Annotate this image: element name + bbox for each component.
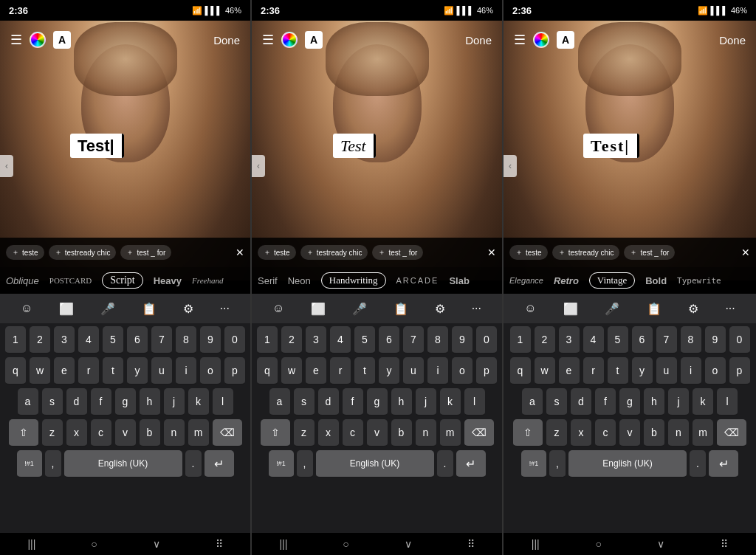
space-key-3[interactable]: English (UK) [568,450,687,478]
sticker-item-1a[interactable]: ＋ teste [6,245,44,260]
num-key-2[interactable]: !#1 [269,450,294,478]
key-p2-0[interactable]: 0 [476,326,497,354]
key-f[interactable]: f [91,388,111,416]
sticker-kb-icon-2[interactable]: ⬜ [311,302,326,316]
sticker-kb-icon-1[interactable]: ⬜ [59,302,74,316]
font-serif-2[interactable]: Serif [258,275,278,286]
key-p2-r[interactable]: r [330,357,351,385]
shift-key-2[interactable]: ⇧ [261,419,290,447]
key-p2-4[interactable]: 4 [330,326,351,354]
font-elegance-3[interactable]: Elegance [509,276,543,285]
key-p2-t[interactable]: t [354,357,375,385]
nav-back-3[interactable]: ∨ [657,538,664,550]
key-p3-p[interactable]: p [729,357,750,385]
key-p2-o[interactable]: o [452,357,472,385]
done-btn-2[interactable]: Done [465,34,492,46]
key-7[interactable]: 7 [151,326,172,354]
key-5[interactable]: 5 [103,326,123,354]
key-q[interactable]: q [5,357,26,385]
color-wheel-1[interactable] [30,32,46,48]
key-r[interactable]: r [78,357,99,385]
mic-icon-1[interactable]: 🎤 [100,302,115,316]
key-p2-m[interactable]: m [440,419,461,447]
return-key-1[interactable]: ↵ [205,450,234,478]
nav-lines-1[interactable]: ||| [27,538,35,550]
key-y[interactable]: y [127,357,148,385]
return-key-3[interactable]: ↵ [709,450,738,478]
done-btn-1[interactable]: Done [213,34,240,46]
more-icon-2[interactable]: ··· [472,302,481,315]
key-p2-n[interactable]: n [416,419,436,447]
key-p3-j[interactable]: j [668,388,689,416]
key-p2-g[interactable]: g [367,388,388,416]
key-v[interactable]: v [115,419,136,447]
nav-lines-3[interactable]: ||| [532,538,540,550]
sticker-item-3a[interactable]: ＋ teste [509,245,548,260]
nav-home-2[interactable]: ○ [343,538,348,550]
nav-home-3[interactable]: ○ [595,538,601,550]
space-key-1[interactable]: English (UK) [64,450,182,478]
photo-text-1[interactable]: Test| [70,137,124,156]
clipboard-icon-2[interactable]: 📋 [394,302,408,316]
key-p2-f[interactable]: f [343,388,363,416]
sticker-kb-icon-3[interactable]: ⬜ [563,302,578,316]
key-p3-0[interactable]: 0 [729,326,750,354]
key-p2-i[interactable]: i [427,357,448,385]
hamburger-icon-1[interactable]: ☰ [10,32,22,48]
nav-back-1[interactable]: ∨ [153,538,160,550]
nav-grid-2[interactable]: ⠿ [467,538,475,550]
key-p3-v[interactable]: v [619,419,640,447]
key-p3-2[interactable]: 2 [535,326,555,354]
key-h[interactable]: h [140,388,160,416]
key-p3-b[interactable]: b [644,419,664,447]
font-script-1[interactable]: Script [102,272,142,289]
backspace-key-3[interactable]: ⌫ [717,419,746,447]
key-p2-a[interactable]: a [269,388,290,416]
settings-icon-1[interactable]: ⚙ [183,302,193,316]
key-p2-s[interactable]: s [294,388,315,416]
key-p3-3[interactable]: 3 [559,326,580,354]
period-key-2[interactable]: . [437,450,453,478]
key-g[interactable]: g [115,388,136,416]
color-wheel-2[interactable] [281,32,298,48]
more-icon-3[interactable]: ··· [725,302,735,315]
key-p3-8[interactable]: 8 [681,326,701,354]
key-p2-3[interactable]: 3 [306,326,326,354]
key-p2-9[interactable]: 9 [452,326,472,354]
key-p[interactable]: p [224,357,245,385]
key-4[interactable]: 4 [78,326,99,354]
more-icon-1[interactable]: ··· [220,302,230,315]
return-key-2[interactable]: ↵ [456,450,486,478]
comma-key-2[interactable]: , [297,450,313,478]
key-p3-y[interactable]: y [632,357,653,385]
key-p2-c[interactable]: c [343,419,363,447]
key-p2-2[interactable]: 2 [281,326,302,354]
font-handwriting-2[interactable]: Handwriting [321,272,386,289]
key-p2-1[interactable]: 1 [257,326,278,354]
key-x[interactable]: x [66,419,87,447]
key-p2-h[interactable]: h [391,388,412,416]
key-p2-w[interactable]: w [281,357,302,385]
side-arrow-3[interactable]: ‹ [504,155,517,177]
font-style-btn-3[interactable]: A [557,31,574,49]
key-p3-m[interactable]: m [693,419,713,447]
key-p3-q[interactable]: q [510,357,531,385]
font-retro-3[interactable]: Retro [554,275,579,286]
nav-grid-3[interactable]: ⠿ [721,538,728,550]
key-m[interactable]: m [188,419,209,447]
key-p3-o[interactable]: o [705,357,726,385]
key-z[interactable]: z [42,419,63,447]
font-bold-3[interactable]: Bold [645,275,667,286]
key-p3-x[interactable]: x [571,419,591,447]
sticker-item-2b[interactable]: ＋ testready chic [300,245,368,260]
mic-icon-3[interactable]: 🎤 [605,302,619,316]
shift-key-1[interactable]: ⇧ [9,419,38,447]
key-p3-6[interactable]: 6 [632,326,653,354]
key-p3-9[interactable]: 9 [705,326,726,354]
emoji-icon-1[interactable]: ☺ [21,302,32,315]
sticker-item-1b[interactable]: ＋ testready chic [49,245,117,260]
key-0[interactable]: 0 [224,326,245,354]
done-btn-3[interactable]: Done [719,34,746,46]
font-heavy-1[interactable]: Heavy [154,275,182,286]
nav-back-2[interactable]: ∨ [405,538,412,550]
